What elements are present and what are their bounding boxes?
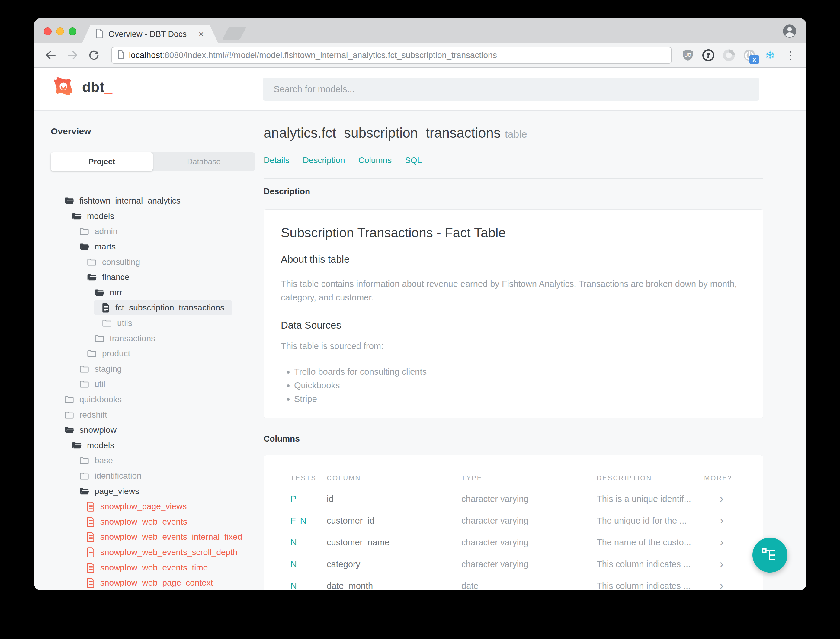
snowflake-icon[interactable]: ❄ bbox=[763, 48, 777, 62]
tree-item-snowplow_web_page_context[interactable]: snowplow_web_page_context bbox=[51, 575, 260, 590]
tree-item-product[interactable]: product bbox=[51, 346, 260, 361]
power-x-icon[interactable]: x bbox=[742, 48, 757, 62]
type-cell: character varying bbox=[461, 516, 597, 526]
folder-closed-icon bbox=[79, 380, 89, 389]
column-header-tests: TESTS bbox=[291, 474, 327, 482]
tree-item-label: snowplow_web_events bbox=[100, 517, 187, 527]
tree-item-quickbooks[interactable]: quickbooks bbox=[51, 392, 260, 407]
expand-row-icon[interactable]: › bbox=[704, 580, 737, 590]
nav-link-columns[interactable]: Columns bbox=[359, 156, 392, 165]
browser-menu-icon[interactable]: ⋮ bbox=[783, 48, 798, 62]
column-row-date_month[interactable]: Ndate_monthdateThis column indicates ...… bbox=[291, 575, 737, 590]
url-host: localhost bbox=[129, 51, 162, 60]
tree-item-snowplow[interactable]: snowplow bbox=[51, 423, 260, 438]
file-icon bbox=[87, 578, 95, 588]
tree-item-label: models bbox=[87, 440, 114, 450]
tree-item-consulting[interactable]: consulting bbox=[51, 254, 260, 270]
new-tab-button[interactable] bbox=[222, 27, 246, 40]
column-row-id[interactable]: Pidcharacter varyingThis is a unique ide… bbox=[291, 488, 737, 510]
type-cell: character varying bbox=[461, 494, 597, 504]
tree-item-util[interactable]: util bbox=[51, 377, 260, 392]
nav-link-sql[interactable]: SQL bbox=[405, 156, 422, 165]
tab-database[interactable]: Database bbox=[153, 152, 255, 171]
tree-item-label: util bbox=[95, 379, 105, 389]
column-row-category[interactable]: Ncategorycharacter varyingThis column in… bbox=[291, 553, 737, 575]
tree-item-label: base bbox=[95, 456, 113, 465]
close-tab-icon[interactable]: × bbox=[198, 30, 204, 39]
tree-item-marts[interactable]: marts bbox=[51, 239, 260, 254]
tests-cell: N bbox=[291, 581, 327, 590]
tree-item-label: snowplow_web_events_time bbox=[100, 563, 208, 572]
tree-item-models[interactable]: models bbox=[51, 209, 260, 224]
tree-item-snowplow_web_events_internal_fixed[interactable]: snowplow_web_events_internal_fixed bbox=[51, 529, 260, 545]
column-name-cell: date_month bbox=[327, 581, 461, 590]
tree-item-models[interactable]: models bbox=[51, 438, 260, 453]
tree-item-fct_subscription_transactions[interactable]: fct_subscription_transactions bbox=[51, 300, 260, 316]
dag-icon bbox=[762, 546, 778, 564]
folder-closed-icon bbox=[64, 410, 74, 420]
onepassword-icon[interactable] bbox=[701, 48, 716, 62]
expand-row-icon[interactable]: › bbox=[704, 559, 737, 569]
svg-text:UO: UO bbox=[684, 52, 691, 58]
expand-row-icon[interactable]: › bbox=[704, 493, 737, 504]
tree-item-base[interactable]: base bbox=[51, 453, 260, 468]
tree-item-label: mrr bbox=[110, 288, 122, 297]
ublock-icon[interactable]: UO bbox=[681, 48, 695, 62]
data-source-item: Stripe bbox=[294, 392, 746, 406]
browser-window: Overview - DBT Docs × loca bbox=[34, 18, 806, 590]
url-page-icon bbox=[118, 51, 125, 60]
search-input[interactable] bbox=[263, 78, 759, 100]
tree-item-utils[interactable]: utils bbox=[51, 316, 260, 331]
tests-cell: N bbox=[291, 559, 327, 569]
expand-row-icon[interactable]: › bbox=[704, 515, 737, 526]
tree-item-page_views[interactable]: page_views bbox=[51, 483, 260, 499]
column-row-customer_name[interactable]: Ncustomer_namecharacter varyingThe name … bbox=[291, 531, 737, 553]
tree-item-snowplow_web_events[interactable]: snowplow_web_events bbox=[51, 514, 260, 529]
tree-item-redshift[interactable]: redshift bbox=[51, 407, 260, 423]
url-path: :8080/index.html#!/model/model.fishtown_… bbox=[162, 51, 497, 60]
doc-title: Subscription Transactions - Fact Table bbox=[281, 225, 746, 240]
tree-item-label: snowplow_web_events_scroll_depth bbox=[100, 547, 238, 557]
tree-item-staging[interactable]: staging bbox=[51, 361, 260, 377]
dbt-docs-page: dbt_ Overview Project Database fishtown_… bbox=[34, 68, 806, 590]
description-cell: This column indicates ... bbox=[597, 581, 704, 590]
main-content: analytics.fct_subscription_transactionst… bbox=[260, 111, 806, 590]
nav-link-description[interactable]: Description bbox=[303, 156, 345, 165]
file-icon bbox=[87, 517, 95, 527]
tree-item-snowplow_page_views[interactable]: snowplow_page_views bbox=[51, 499, 260, 514]
data-sources-intro: This table is sourced from: bbox=[281, 339, 746, 353]
forward-icon[interactable] bbox=[66, 49, 79, 62]
profile-avatar[interactable] bbox=[782, 24, 797, 40]
zoom-window-button[interactable] bbox=[68, 27, 76, 35]
lineage-graph-fab[interactable] bbox=[753, 537, 788, 572]
ring-icon[interactable] bbox=[722, 48, 736, 62]
folder-open-icon bbox=[71, 212, 82, 221]
back-icon[interactable] bbox=[44, 49, 57, 62]
tab-project[interactable]: Project bbox=[51, 152, 153, 171]
close-window-button[interactable] bbox=[44, 27, 52, 35]
tree-source-toggle: Project Database bbox=[51, 152, 255, 171]
data-sources-heading: Data Sources bbox=[281, 320, 746, 331]
browser-tab[interactable]: Overview - DBT Docs × bbox=[82, 25, 218, 43]
tree-item-admin[interactable]: admin bbox=[51, 224, 260, 239]
tree-item-label: identification bbox=[95, 471, 141, 481]
file-icon bbox=[87, 501, 95, 512]
tree-item-mrr[interactable]: mrr bbox=[51, 285, 260, 300]
minimize-window-button[interactable] bbox=[56, 27, 64, 35]
column-row-customer_id[interactable]: F Ncustomer_idcharacter varyingThe uniqu… bbox=[291, 510, 737, 531]
expand-row-icon[interactable]: › bbox=[704, 537, 737, 548]
type-cell: character varying bbox=[461, 559, 597, 569]
tree-item-label: snowplow_page_views bbox=[100, 502, 187, 511]
file-icon bbox=[102, 303, 110, 313]
tree-item-finance[interactable]: finance bbox=[51, 270, 260, 285]
dbt-brand[interactable]: dbt_ bbox=[51, 74, 113, 100]
column-header-more: MORE? bbox=[704, 474, 737, 482]
tree-item-snowplow_web_events_time[interactable]: snowplow_web_events_time bbox=[51, 560, 260, 575]
tree-item-transactions[interactable]: transactions bbox=[51, 331, 260, 346]
tree-item-snowplow_web_events_scroll_depth[interactable]: snowplow_web_events_scroll_depth bbox=[51, 545, 260, 560]
tree-item-identification[interactable]: identification bbox=[51, 468, 260, 484]
url-bar[interactable]: localhost:8080/index.html#!/model/model.… bbox=[111, 47, 672, 64]
tree-item-fishtown_internal_analytics[interactable]: fishtown_internal_analytics bbox=[51, 193, 260, 209]
nav-link-details[interactable]: Details bbox=[264, 156, 289, 165]
refresh-icon[interactable] bbox=[88, 49, 100, 61]
